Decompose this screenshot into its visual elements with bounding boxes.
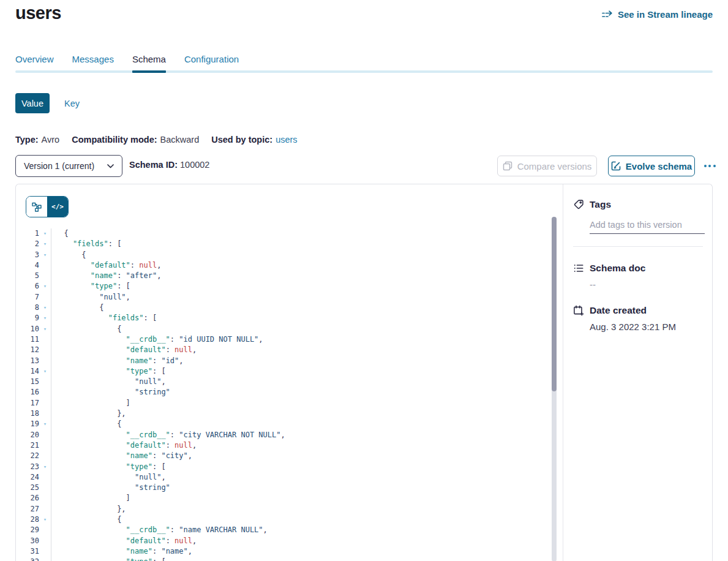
code-line: 7 "null", (16, 292, 551, 303)
compatibility-label: Compatibility mode: (72, 135, 157, 145)
code-line: 8▾ { (16, 303, 551, 313)
fold-spacer (39, 504, 51, 514)
code-line: 17 ] (16, 398, 551, 409)
line-number: 16 (16, 387, 39, 397)
code-line-text: "name": "id", (51, 356, 184, 366)
code-line: 15 "null", (16, 377, 551, 387)
code-line: 11 "__crdb__": "id UUID NOT NULL", (16, 334, 551, 345)
more-options-button[interactable] (699, 156, 720, 176)
code-line-text: ] (51, 398, 130, 409)
fold-toggle-icon[interactable]: ▾ (39, 228, 51, 239)
code-line-text: "string" (51, 483, 170, 493)
line-number: 26 (16, 493, 39, 503)
line-number: 11 (16, 334, 39, 345)
line-number: 24 (16, 472, 39, 483)
add-tags-input[interactable] (590, 217, 705, 234)
active-tab-indicator (132, 70, 166, 73)
code-line-text: { (51, 514, 121, 525)
fold-toggle-icon[interactable]: ▾ (39, 250, 51, 260)
ellipsis-dot (708, 165, 711, 167)
code-line: 22 "name": "city", (16, 451, 551, 461)
page-title: users (15, 3, 61, 23)
code-line-text: { (51, 324, 121, 334)
used-by-topic-label: Used by topic: (211, 135, 272, 145)
fold-toggle-icon[interactable]: ▾ (39, 324, 51, 334)
date-created-value: Aug. 3 2022 3:21 PM (590, 322, 702, 332)
line-number: 31 (16, 546, 39, 557)
code-line-text: "null", (51, 292, 130, 303)
key-toggle-button[interactable]: Key (59, 93, 84, 113)
code-line-text: "null", (51, 377, 166, 387)
code-line-text: "default": null, (51, 260, 161, 271)
fold-spacer (39, 345, 51, 355)
fold-toggle-icon[interactable]: ▾ (39, 239, 51, 249)
list-icon (573, 263, 584, 274)
code-line: 21 "default": null, (16, 440, 551, 451)
line-number: 4 (16, 260, 39, 271)
fold-spacer (39, 334, 51, 345)
tab-schema[interactable]: Schema (132, 54, 166, 69)
code-line-text: "__crdb__": "id UUID NOT NULL", (51, 334, 263, 345)
line-number: 1 (16, 228, 39, 239)
code-line-text: "__crdb__": "name VARCHAR NULL", (51, 525, 268, 535)
fold-spacer (39, 451, 51, 461)
compare-versions-button[interactable]: Compare versions (497, 156, 597, 176)
line-number: 9 (16, 313, 39, 323)
tab-configuration[interactable]: Configuration (184, 54, 239, 69)
schema-id: Schema ID: 100002 (129, 160, 209, 170)
stream-lineage-link[interactable]: See in Stream lineage (602, 9, 713, 20)
version-selected-value: Version 1 (current) (24, 161, 94, 171)
tree-view-button[interactable] (26, 197, 47, 217)
line-number: 32 (16, 557, 39, 561)
code-view-button[interactable]: </> (47, 197, 68, 217)
code-line: 30 "default": null, (16, 536, 551, 546)
fold-spacer (39, 377, 51, 387)
code-line: 28▾ { (16, 514, 551, 525)
editor-view-toggle: </> (26, 196, 69, 217)
line-number: 13 (16, 356, 39, 366)
compatibility-value: Backward (160, 135, 200, 145)
code-line: 23▾ "type": [ (16, 462, 551, 472)
code-line-text: { (51, 419, 121, 429)
calendar-plus-icon (573, 305, 584, 316)
chevron-down-icon (107, 164, 114, 168)
fold-toggle-icon[interactable]: ▾ (39, 557, 51, 561)
date-created-heading: Date created (590, 305, 647, 316)
code-line: 16 "string" (16, 387, 551, 397)
schema-details-sidebar: Tags Schema doc -- (563, 184, 712, 561)
line-number: 6 (16, 281, 39, 292)
fold-toggle-icon[interactable]: ▾ (39, 514, 51, 525)
line-number: 8 (16, 303, 39, 313)
schema-meta-row: Type: Avro Compatibility mode: Backward … (15, 135, 298, 145)
line-number: 15 (16, 377, 39, 387)
fold-toggle-icon[interactable]: ▾ (39, 303, 51, 313)
tab-overview[interactable]: Overview (15, 54, 54, 69)
version-select[interactable]: Version 1 (current) (15, 155, 122, 177)
topic-link[interactable]: users (276, 135, 297, 145)
code-line: 19▾ { (16, 419, 551, 429)
tags-section-header: Tags (573, 199, 702, 210)
fold-toggle-icon[interactable]: ▾ (39, 281, 51, 292)
tab-messages[interactable]: Messages (72, 54, 114, 69)
fold-toggle-icon[interactable]: ▾ (39, 419, 51, 429)
line-number: 5 (16, 271, 39, 281)
code-line-text: "string" (51, 387, 170, 397)
code-line: 6▾ "type": [ (16, 281, 551, 292)
tags-heading: Tags (590, 199, 611, 210)
code-line: 2▾ "fields": [ (16, 239, 551, 249)
editor-scrollbar-thumb[interactable] (552, 217, 557, 391)
fold-spacer (39, 387, 51, 397)
fold-spacer (39, 536, 51, 546)
code-line-text: "default": null, (51, 345, 197, 355)
code-line-text: { (51, 228, 69, 239)
code-line-text: "type": [ (51, 557, 166, 561)
fold-toggle-icon[interactable]: ▾ (39, 462, 51, 472)
fold-toggle-icon[interactable]: ▾ (39, 313, 51, 323)
value-toggle-button[interactable]: Value (15, 93, 50, 113)
fold-spacer (39, 356, 51, 366)
fold-spacer (39, 472, 51, 483)
fold-toggle-icon[interactable]: ▾ (39, 366, 51, 377)
line-number: 29 (16, 525, 39, 535)
code-line-text: "__crdb__": "city VARCHAR NOT NULL", (51, 430, 285, 440)
evolve-schema-button[interactable]: Evolve schema (608, 156, 695, 176)
